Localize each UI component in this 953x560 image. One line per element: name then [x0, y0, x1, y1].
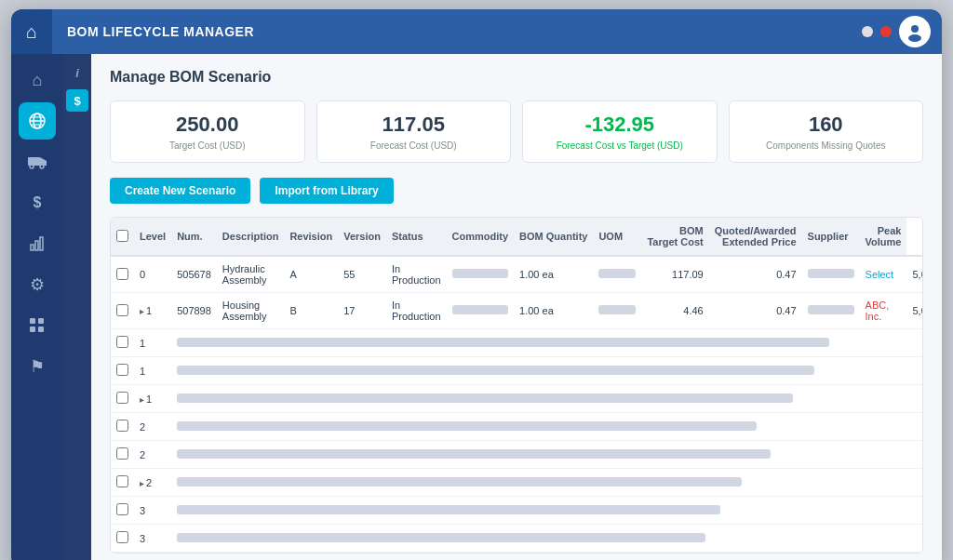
svg-rect-12	[35, 241, 38, 250]
row-level: 3	[134, 525, 171, 553]
row-level: ▸2	[134, 469, 171, 497]
svg-rect-11	[31, 245, 34, 250]
col-peak-volume: PeakVolume	[860, 218, 907, 256]
row-target-0: 117.09	[641, 256, 708, 293]
row-checkbox[interactable]	[116, 420, 128, 432]
row-bom-qty-1: 1.00 ea	[514, 293, 593, 329]
action-row: Create New Scenario Import from Library	[110, 178, 923, 204]
sidebar-item-grid[interactable]	[19, 307, 56, 344]
row-status-0: In Production	[386, 256, 447, 293]
svg-rect-15	[38, 318, 44, 324]
row-price-0: 0.47	[709, 256, 802, 293]
row-uom-0	[593, 256, 641, 293]
svg-rect-14	[30, 318, 35, 324]
row-rev-1: B	[284, 293, 338, 329]
main-layout: ⌂ $	[11, 54, 942, 560]
col-commodity: Commodity	[447, 218, 515, 256]
top-nav: ⌂ BOM LIFECYCLE MANAGER	[11, 9, 942, 54]
table-row: 0 505678 Hydraulic Assembly A 55 In Prod…	[111, 256, 923, 293]
svg-point-0	[911, 25, 919, 33]
row-rev-0: A	[284, 256, 338, 293]
row-checkbox-1[interactable]	[111, 293, 134, 329]
table-row: ▸1	[111, 385, 923, 413]
sub-info-icon[interactable]: i	[66, 61, 88, 84]
col-quoted-price: Quoted/AwardedExtended Price	[709, 218, 802, 256]
row-checkbox[interactable]	[116, 336, 128, 348]
row-peak-0: 5,000	[906, 256, 923, 293]
row-checkbox-0[interactable]	[111, 256, 134, 293]
row-status-1: In Production	[386, 293, 447, 329]
svg-point-9	[30, 165, 34, 168]
kpi-variance-label: Forecast Cost vs Target (USD)	[538, 140, 702, 151]
kpi-missing-quotes-label: Components Missing Quotes	[745, 140, 908, 151]
sidebar-item-home[interactable]: ⌂	[19, 61, 56, 99]
status-dot-gray	[862, 26, 873, 37]
col-status: Status	[386, 218, 447, 256]
row-checkbox[interactable]	[116, 503, 128, 515]
sidebar-sub: i $	[63, 54, 91, 560]
table-row: 1	[111, 357, 923, 385]
sidebar: ⌂ $	[11, 54, 63, 560]
row-checkbox[interactable]	[116, 364, 128, 376]
nav-icons	[862, 16, 931, 47]
sub-currency-icon[interactable]: $	[66, 89, 88, 112]
svg-rect-16	[30, 327, 35, 332]
row-commodity-1	[447, 293, 515, 329]
row-level: 3	[134, 497, 171, 525]
row-ver-1: 17	[338, 293, 386, 329]
kpi-forecast-cost: 117.05 Forecast Cost (USD)	[316, 100, 512, 163]
row-checkbox[interactable]	[116, 392, 128, 404]
row-level-1: ▸1	[134, 293, 171, 329]
table-row: 2	[111, 413, 923, 441]
row-supplier-1	[802, 293, 860, 329]
row-price-1: 0.47	[709, 293, 802, 329]
col-num: Num.	[171, 218, 217, 256]
row-desc-0: Hydraulic Assembly	[217, 256, 285, 293]
col-uom: UOM	[593, 218, 641, 256]
import-library-button[interactable]: Import from Library	[260, 178, 393, 204]
col-version: Version	[338, 218, 386, 256]
kpi-target-cost: 250.00 Target Cost (USD)	[110, 100, 305, 163]
sidebar-item-truck[interactable]	[19, 143, 56, 180]
row-desc-1: Housing Assembly	[217, 293, 285, 329]
row-checkbox[interactable]	[116, 531, 128, 543]
table-row: 3	[111, 497, 923, 525]
sidebar-item-chart[interactable]	[19, 225, 56, 262]
sidebar-item-flag[interactable]: ⚑	[19, 348, 56, 385]
row-peak-1: 5,000	[906, 293, 923, 329]
row-level: 1	[134, 357, 171, 385]
row-supplier-link-1[interactable]: ABC, Inc.	[860, 293, 907, 329]
kpi-target-cost-label: Target Cost (USD)	[126, 140, 289, 151]
row-checkbox[interactable]	[116, 475, 128, 487]
select-all-checkbox[interactable]	[116, 230, 128, 242]
row-level: ▸1	[134, 385, 171, 413]
kpi-row: 250.00 Target Cost (USD) 117.05 Forecast…	[110, 100, 923, 163]
sidebar-item-settings[interactable]: ⚙	[19, 266, 56, 303]
table-row: ▸2	[111, 469, 923, 497]
col-bom-target: BOMTarget Cost	[641, 218, 708, 256]
table-row: 1	[111, 329, 923, 357]
row-bom-qty-0: 1.00 ea	[514, 256, 593, 293]
row-uom-1	[593, 293, 641, 329]
kpi-missing-quotes: 160 Components Missing Quotes	[729, 100, 924, 163]
home-nav-button[interactable]: ⌂	[11, 9, 52, 54]
table-row: 2	[111, 441, 923, 469]
create-scenario-button[interactable]: Create New Scenario	[110, 178, 250, 204]
table-header-row: Level Num. Description Revision Version …	[111, 218, 923, 256]
kpi-target-cost-value: 250.00	[126, 113, 289, 137]
col-revision: Revision	[284, 218, 338, 256]
svg-rect-7	[28, 157, 40, 166]
row-supplier-link-0[interactable]: Select	[860, 256, 907, 293]
kpi-missing-quotes-value: 160	[745, 113, 908, 137]
row-supplier-0	[802, 256, 860, 293]
page-title: Manage BOM Scenario	[110, 69, 923, 86]
sidebar-item-currency[interactable]: $	[19, 184, 56, 221]
row-level: 2	[134, 441, 171, 469]
row-checkbox[interactable]	[116, 447, 128, 460]
svg-point-10	[40, 165, 44, 168]
user-avatar[interactable]	[899, 16, 931, 47]
app-title: BOM LIFECYCLE MANAGER	[67, 24, 862, 39]
col-level: Level	[134, 218, 171, 256]
sidebar-item-globe[interactable]	[19, 102, 56, 140]
row-level: 1	[134, 329, 171, 357]
